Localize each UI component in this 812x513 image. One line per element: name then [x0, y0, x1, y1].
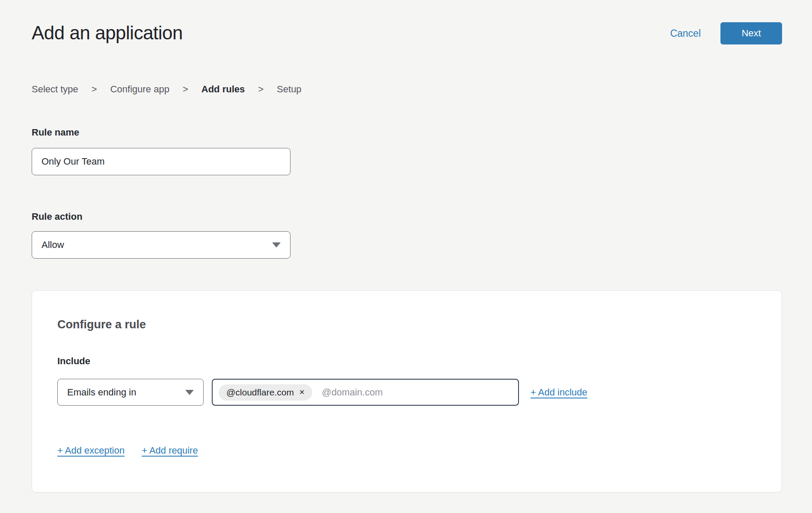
chip-remove-icon[interactable]: ✕ — [299, 389, 305, 396]
chip-label: @cloudflare.com — [226, 387, 294, 398]
add-include-link[interactable]: + Add include — [530, 387, 587, 398]
breadcrumb-step-configure-app[interactable]: Configure app — [110, 84, 169, 95]
breadcrumb-separator-icon: > — [183, 84, 188, 95]
breadcrumb-step-select-type[interactable]: Select type — [32, 84, 78, 95]
rule-name-label: Rule name — [32, 127, 79, 138]
caret-down-icon — [272, 242, 281, 248]
breadcrumb-step-add-rules[interactable]: Add rules — [202, 84, 245, 95]
add-application-page: Add an application Cancel Next Select ty… — [0, 0, 812, 513]
email-domain-chip: @cloudflare.com ✕ — [219, 384, 312, 401]
breadcrumb-separator-icon: > — [258, 84, 264, 95]
add-require-link[interactable]: + Add require — [142, 445, 198, 456]
rule-action-label: Rule action — [32, 211, 83, 222]
cancel-button[interactable]: Cancel — [670, 28, 701, 39]
rule-card-links: + Add exception + Add require — [57, 445, 198, 456]
header-actions: Cancel Next — [670, 22, 782, 44]
domain-entry-input[interactable] — [322, 387, 512, 398]
include-type-select[interactable]: Emails ending in — [57, 379, 204, 406]
add-exception-link[interactable]: + Add exception — [57, 445, 124, 456]
configure-rule-card: Configure a rule Include Emails ending i… — [32, 290, 782, 492]
next-button[interactable]: Next — [720, 22, 782, 44]
rule-name-input[interactable] — [32, 148, 290, 175]
rule-action-selected-value: Allow — [41, 239, 64, 251]
breadcrumb: Select type > Configure app > Add rules … — [32, 84, 302, 95]
include-type-selected-value: Emails ending in — [67, 387, 136, 398]
page-title: Add an application — [32, 22, 183, 44]
breadcrumb-separator-icon: > — [92, 84, 97, 95]
breadcrumb-step-setup[interactable]: Setup — [277, 84, 302, 95]
rule-card-title: Configure a rule — [57, 318, 146, 331]
caret-down-icon — [185, 390, 194, 395]
email-domain-chip-input[interactable]: @cloudflare.com ✕ — [212, 379, 519, 406]
rule-action-select[interactable]: Allow — [32, 231, 290, 259]
include-label: Include — [57, 356, 90, 367]
include-rule-row: Emails ending in @cloudflare.com ✕ + Add… — [57, 379, 756, 406]
